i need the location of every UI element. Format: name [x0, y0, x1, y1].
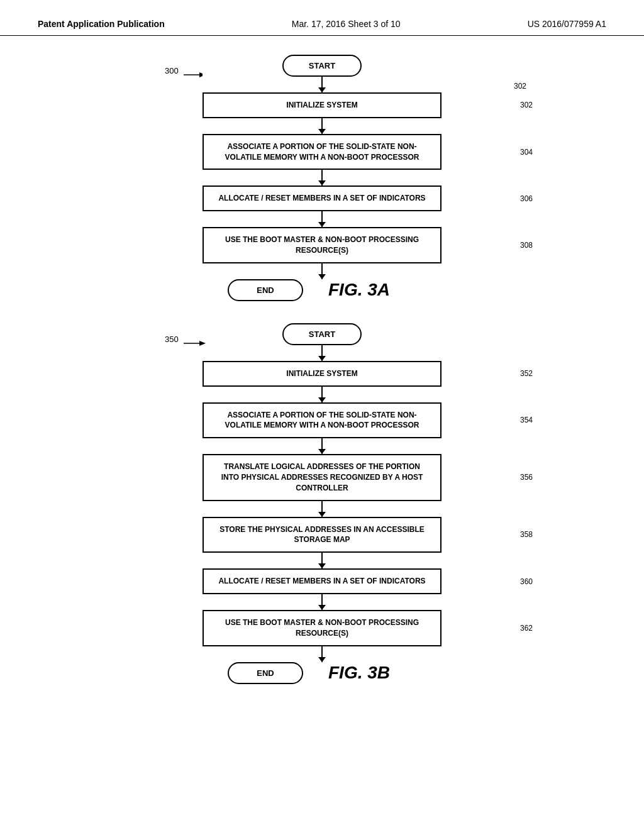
fig3a-step306-rect: ALLOCATE / RESET MEMBERS IN A SET OF IND…: [203, 185, 441, 211]
fig3b-step356-rect: TRANSLATE LOGICAL ADDRESSES OF THE PORTI…: [203, 454, 441, 501]
fig3b-step360-wrapper: ALLOCATE / RESET MEMBERS IN A SET OF IND…: [165, 568, 479, 594]
fig3b-section: 350 START INITIALIZE SYSTEM 352: [146, 323, 498, 684]
fig3b-step360-rect: ALLOCATE / RESET MEMBERS IN A SET OF IND…: [203, 568, 441, 594]
fig3b-step354-rect: ASSOCIATE A PORTION OF THE SOLID-STATE N…: [203, 402, 441, 439]
fig3a-step308-rect: USE THE BOOT MASTER & NON-BOOT PROCESSIN…: [203, 227, 441, 263]
arrow-3a: [321, 170, 323, 185]
arrow-2a: [321, 118, 323, 134]
fig3a-end-wrapper: END FIG. 3A: [165, 279, 479, 301]
fig3a-label-306: 306: [520, 194, 533, 203]
fig3b-label-360: 360: [520, 577, 533, 586]
arrow-5b: [321, 553, 323, 568]
fig3b-end-oval: END: [228, 662, 303, 684]
page-header: Patent Application Publication Mar. 17, …: [0, 0, 644, 36]
fig3b-end-wrapper: END FIG. 3B: [165, 662, 479, 684]
arrow-3b: [321, 438, 323, 454]
fig3b-label-356: 356: [520, 473, 533, 482]
fig3b-step358-wrapper: STORE THE PHYSICAL ADDRESSES IN AN ACCES…: [165, 517, 479, 553]
fig3b-step352-rect: INITIALIZE SYSTEM: [203, 361, 441, 387]
page: Patent Application Publication Mar. 17, …: [0, 0, 644, 830]
fig3b-step354-wrapper: ASSOCIATE A PORTION OF THE SOLID-STATE N…: [165, 402, 479, 439]
fig3a-start-wrapper: START: [165, 55, 479, 77]
fig3b-step362-rect: USE THE BOOT MASTER & NON-BOOT PROCESSIN…: [203, 610, 441, 646]
fig3b-label-354: 354: [520, 416, 533, 424]
fig3b-step362-wrapper: USE THE BOOT MASTER & NON-BOOT PROCESSIN…: [165, 610, 479, 646]
fig3b-label-358: 358: [520, 530, 533, 539]
fig3a-step308-wrapper: USE THE BOOT MASTER & NON-BOOT PROCESSIN…: [165, 227, 479, 263]
patent-number-label: US 2016/077959 A1: [528, 19, 606, 29]
fig3a-step302-rect: INITIALIZE SYSTEM: [203, 92, 441, 118]
fig3a-label: FIG. 3A: [328, 280, 390, 300]
arrow-4a: [321, 211, 323, 227]
fig3b-step358-rect: STORE THE PHYSICAL ADDRESSES IN AN ACCES…: [203, 517, 441, 553]
fig3b-step356-wrapper: TRANSLATE LOGICAL ADDRESSES OF THE PORTI…: [165, 454, 479, 501]
arrow-2b: [321, 387, 323, 402]
fig3a-step304-rect: ASSOCIATE A PORTION OF THE SOLID-STATE N…: [203, 134, 441, 170]
fig3a-step302-wrapper: INITIALIZE SYSTEM 302 302: [165, 92, 479, 118]
fig3a-start-oval: START: [282, 55, 362, 77]
arrow-1b: [321, 345, 323, 361]
publication-label: Patent Application Publication: [38, 19, 165, 29]
fig3a-end-oval: END: [228, 279, 303, 301]
fig3b-start-oval: START: [282, 323, 362, 345]
fig3a-label-304: 304: [520, 148, 533, 157]
fig3a-label-302: 302: [520, 101, 533, 109]
arrow-1a: [321, 77, 323, 92]
date-sheet-label: Mar. 17, 2016 Sheet 3 of 10: [292, 19, 401, 29]
fig3b-label-362: 362: [520, 624, 533, 633]
fig3b-label-352: 352: [520, 369, 533, 378]
arrow-4b: [321, 501, 323, 517]
arrow-6b: [321, 594, 323, 610]
fig3a-label-308: 308: [520, 241, 533, 250]
fig3b-label: FIG. 3B: [328, 663, 390, 683]
fig3a-step306-wrapper: ALLOCATE / RESET MEMBERS IN A SET OF IND…: [165, 185, 479, 211]
arrow-7b: [321, 646, 323, 662]
arrow-5a: [321, 263, 323, 279]
fig3a-step302-label: 302: [514, 82, 526, 91]
fig3a-step304-wrapper: ASSOCIATE A PORTION OF THE SOLID-STATE N…: [165, 134, 479, 170]
fig3b-step352-wrapper: INITIALIZE SYSTEM 352: [165, 361, 479, 387]
fig3a-section: 300 START INITIALIZE SYSTEM: [146, 55, 498, 301]
fig3b-start-wrapper: START: [165, 323, 479, 345]
main-content: 300 START INITIALIZE SYSTEM: [0, 48, 644, 694]
